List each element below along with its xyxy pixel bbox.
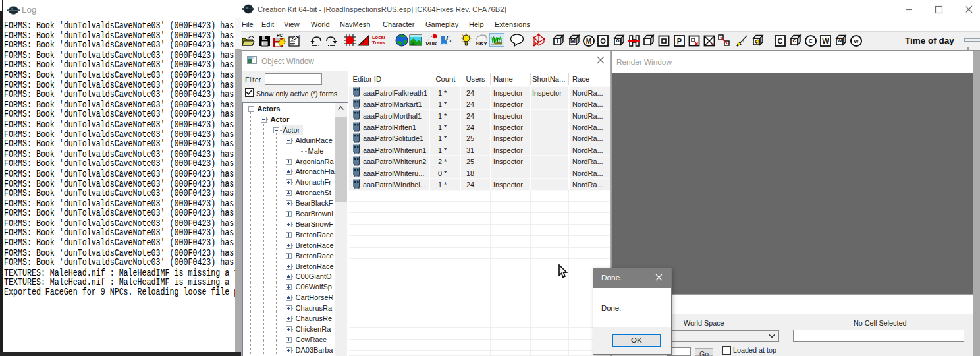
svg-text:SKY: SKY [476, 40, 488, 47]
svg-text:W: W [822, 37, 829, 45]
svg-text:c: c [792, 37, 796, 44]
svg-text:w: w [836, 37, 842, 44]
svg-text:O: O [600, 37, 606, 45]
svg-text:M: M [570, 37, 576, 44]
svg-text:Trans: Trans [372, 40, 385, 45]
svg-text:o: o [616, 37, 620, 44]
svg-text:HK: HK [429, 41, 437, 47]
svg-text:PC: PC [277, 33, 283, 38]
svg-text:C: C [809, 38, 813, 44]
svg-text:P: P [677, 37, 682, 45]
svg-text:w: w [853, 38, 859, 44]
svg-text:T: T [555, 37, 559, 44]
svg-text:1: 1 [298, 34, 302, 40]
svg-text:x: x [449, 38, 452, 44]
svg-text:C: C [778, 37, 783, 45]
svg-text:M: M [585, 38, 591, 45]
